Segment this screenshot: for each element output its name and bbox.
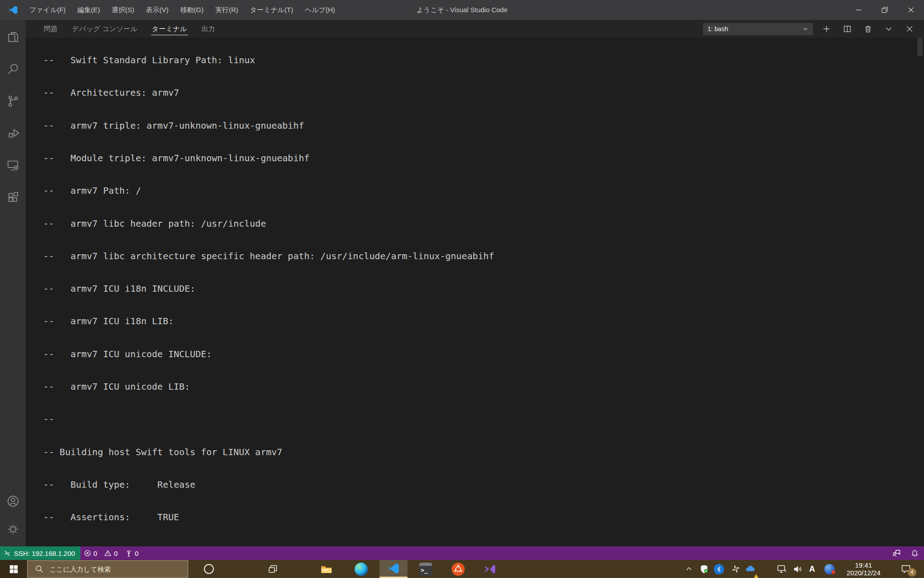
ime-mode-indicator[interactable]: A xyxy=(805,560,819,578)
remote-indicator[interactable]: SSH: 192.168.1.200 xyxy=(0,546,80,560)
terminal-line: -- armv7 triple: armv7-unknown-linux-gnu… xyxy=(43,120,924,131)
status-bar: SSH: 192.168.1.200 0 0 0 xyxy=(0,546,924,560)
feedback-button[interactable] xyxy=(890,546,903,560)
terminal-line: -- Assertions: TRUE xyxy=(43,512,924,522)
tab-terminal[interactable]: ターミナル xyxy=(151,23,188,35)
remote-label: SSH: 192.168.1.200 xyxy=(14,550,75,557)
terminal-line: -- Build type: Release xyxy=(43,479,924,490)
panel-header: 問題 デバッグ コンソール ターミナル 出力 1: bash xyxy=(26,20,924,38)
source-control-icon[interactable] xyxy=(2,90,24,112)
volume-icon xyxy=(793,564,803,574)
vscode-window: ファイル(F) 編集(E) 選択(S) 表示(V) 移動(G) 実行(R) ター… xyxy=(0,0,924,578)
tab-problems[interactable]: 問題 xyxy=(43,23,59,35)
search-icon[interactable] xyxy=(2,58,24,80)
start-button[interactable] xyxy=(0,560,27,578)
run-debug-icon[interactable] xyxy=(2,122,24,144)
ubuntu-button[interactable] xyxy=(444,560,472,578)
ime-a-label: A xyxy=(809,564,815,574)
file-explorer-icon xyxy=(320,563,333,576)
settings-gear-icon[interactable] xyxy=(2,518,24,540)
menu-selection[interactable]: 選択(S) xyxy=(106,0,140,20)
terminal-picker-value: 1: bash xyxy=(707,25,802,33)
terminal-line: -- armv7 libc header path: /usr/include xyxy=(43,218,924,229)
clock-date: 2020/12/24 xyxy=(846,569,880,577)
split-terminal-button[interactable] xyxy=(840,22,855,36)
volume-tray-icon[interactable] xyxy=(791,560,804,578)
bluetooth-icon xyxy=(714,564,724,574)
terminal-line: -- Swift Standard Library Path: linux xyxy=(43,55,924,65)
taskbar-clock[interactable]: 19:41 2020/12/24 xyxy=(840,560,887,578)
extensions-icon[interactable] xyxy=(2,186,24,208)
cloud-blue-tray-icon[interactable] xyxy=(744,560,757,578)
file-explorer-button[interactable] xyxy=(312,560,340,578)
menu-terminal[interactable]: ターミナル(T) xyxy=(244,0,299,20)
remote-explorer-icon[interactable] xyxy=(2,154,24,176)
close-panel-button[interactable] xyxy=(902,22,917,36)
restore-button[interactable] xyxy=(872,0,898,20)
task-view-icon xyxy=(268,564,278,574)
tab-output[interactable]: 出力 xyxy=(201,23,217,35)
warning-overlay-icon xyxy=(753,573,759,578)
split-icon xyxy=(843,25,851,33)
bluetooth-tray-icon[interactable] xyxy=(712,560,725,578)
menu-run[interactable]: 実行(R) xyxy=(209,0,244,20)
menu-edit[interactable]: 編集(E) xyxy=(72,0,106,20)
chevron-up-icon xyxy=(685,565,693,573)
problems-indicator[interactable]: 0 0 xyxy=(80,546,121,560)
windows-taskbar: >_ xyxy=(0,560,924,578)
ports-indicator[interactable]: 0 xyxy=(121,546,142,560)
windows-terminal-icon: >_ xyxy=(419,563,432,576)
menu-view[interactable]: 表示(V) xyxy=(140,0,175,20)
plus-icon xyxy=(822,25,831,33)
chevron-down-icon xyxy=(802,26,808,32)
network-display-tray-icon[interactable] xyxy=(775,560,789,578)
terminal-picker[interactable]: 1: bash xyxy=(703,23,813,35)
vscode-button[interactable] xyxy=(379,560,407,578)
notifications-bell-icon[interactable] xyxy=(908,546,921,560)
new-terminal-button[interactable] xyxy=(819,22,834,36)
vscode-logo-icon xyxy=(6,3,20,17)
terminal-output[interactable]: -- Swift Standard Library Path: linux --… xyxy=(26,38,924,546)
warning-count: 0 xyxy=(114,550,117,557)
action-center-button[interactable]: 4 xyxy=(896,560,916,578)
terminal-line: -- Module triple: armv7-unknown-linux-gn… xyxy=(43,153,924,163)
cloud-icon xyxy=(745,564,756,574)
taskbar-search[interactable] xyxy=(27,560,188,578)
ubuntu-icon xyxy=(452,563,465,576)
visual-studio-button[interactable] xyxy=(476,560,504,578)
terminal-scrollbar[interactable] xyxy=(917,38,923,56)
accounts-icon[interactable] xyxy=(2,490,24,512)
security-shield-icon xyxy=(699,564,709,574)
search-input[interactable] xyxy=(49,565,171,573)
security-tray-icon[interactable] xyxy=(697,560,711,578)
feedback-icon xyxy=(892,549,901,558)
edge-button[interactable] xyxy=(347,560,375,578)
menu-go[interactable]: 移動(G) xyxy=(175,0,210,20)
pinwheel-tray-icon[interactable] xyxy=(729,560,743,578)
tray-expand-button[interactable] xyxy=(682,560,696,578)
minimize-button[interactable] xyxy=(845,0,872,20)
task-view-button[interactable] xyxy=(263,560,283,578)
terminal-line: -- armv7 ICU i18n LIB: xyxy=(43,316,924,326)
sphere-icon xyxy=(824,564,835,574)
close-button[interactable] xyxy=(898,0,924,20)
menu-file[interactable]: ファイル(F) xyxy=(23,0,72,20)
chevron-down-icon xyxy=(885,25,893,33)
port-count: 0 xyxy=(135,550,139,557)
explorer-icon[interactable] xyxy=(2,26,24,48)
menu-help[interactable]: ヘルプ(H) xyxy=(299,0,341,20)
maximize-panel-button[interactable] xyxy=(882,22,896,36)
cortana-button[interactable] xyxy=(203,560,215,578)
tab-debug-console[interactable]: デバッグ コンソール xyxy=(71,23,139,35)
pinwheel-icon xyxy=(731,564,740,573)
activity-bar xyxy=(0,20,26,546)
visual-studio-icon xyxy=(483,563,496,576)
trash-icon xyxy=(864,25,872,33)
kill-terminal-button[interactable] xyxy=(861,22,875,36)
terminal-app-button[interactable]: >_ xyxy=(411,560,439,578)
notification-badge: 4 xyxy=(908,568,916,577)
terminal-line: -- armv7 libc architecture specific head… xyxy=(43,251,924,261)
language-ball-tray-icon[interactable] xyxy=(822,560,836,578)
edge-icon xyxy=(355,563,368,576)
menu-bar: ファイル(F) 編集(E) 選択(S) 表示(V) 移動(G) 実行(R) ター… xyxy=(23,0,341,20)
